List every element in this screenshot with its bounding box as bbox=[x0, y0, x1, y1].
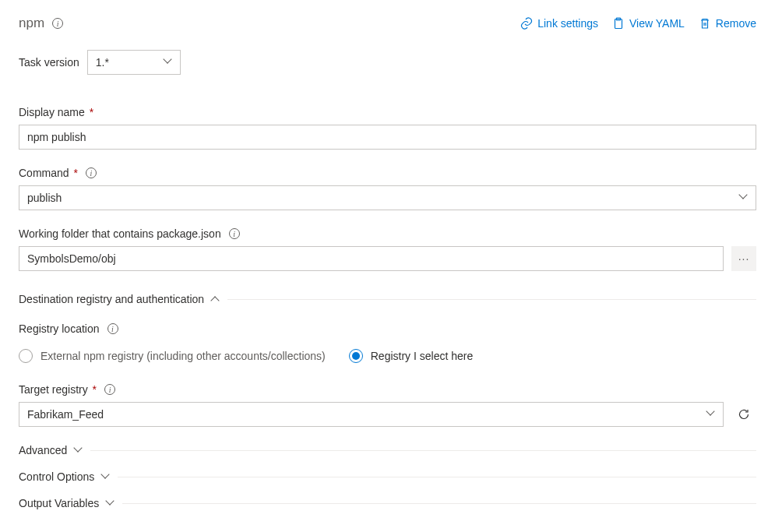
radio-registry-here[interactable]: Registry I select here bbox=[349, 349, 474, 363]
output-variables-label: Output Variables bbox=[19, 497, 99, 509]
clipboard-icon bbox=[612, 17, 625, 30]
chevron-down-icon bbox=[707, 410, 715, 418]
chevron-down-icon bbox=[740, 194, 748, 202]
remove-label: Remove bbox=[716, 17, 756, 30]
command-label: Command * bbox=[19, 167, 78, 179]
target-registry-field: Target registry * i Fabrikam_Feed bbox=[19, 383, 756, 427]
refresh-button[interactable] bbox=[731, 402, 756, 427]
ellipsis-icon: ··· bbox=[738, 252, 750, 265]
divider bbox=[227, 299, 756, 300]
command-select[interactable]: publish bbox=[19, 185, 756, 210]
target-registry-select[interactable]: Fabrikam_Feed bbox=[19, 402, 724, 427]
info-icon[interactable]: i bbox=[104, 384, 115, 395]
info-icon[interactable]: i bbox=[86, 167, 97, 178]
page-title: npm bbox=[19, 16, 44, 31]
working-folder-label: Working folder that contains package.jso… bbox=[19, 227, 221, 240]
working-folder-field: Working folder that contains package.jso… bbox=[19, 227, 756, 271]
target-registry-value: Fabrikam_Feed bbox=[27, 408, 104, 421]
view-yaml-button[interactable]: View YAML bbox=[612, 17, 685, 30]
command-value: publish bbox=[27, 192, 62, 204]
info-icon[interactable]: i bbox=[52, 18, 63, 29]
browse-button[interactable]: ··· bbox=[731, 246, 756, 271]
divider bbox=[118, 477, 756, 477]
chevron-down-icon bbox=[102, 473, 110, 481]
radio-external-registry[interactable]: External npm registry (including other a… bbox=[19, 349, 326, 363]
radio-here-label: Registry I select here bbox=[371, 350, 474, 362]
radio-icon-selected bbox=[349, 349, 363, 363]
task-version-value: 1.* bbox=[96, 56, 109, 69]
radio-external-label: External npm registry (including other a… bbox=[41, 350, 326, 362]
registry-location-row: Registry location i bbox=[19, 322, 756, 335]
display-name-input[interactable] bbox=[19, 125, 756, 150]
display-name-label: Display name * bbox=[19, 106, 93, 118]
link-settings-button[interactable]: Link settings bbox=[520, 17, 598, 30]
link-icon bbox=[520, 17, 533, 30]
remove-button[interactable]: Remove bbox=[699, 17, 756, 30]
advanced-section[interactable]: Advanced bbox=[19, 444, 756, 456]
header-actions: Link settings View YAML Remove bbox=[520, 17, 756, 30]
info-icon[interactable]: i bbox=[229, 228, 240, 239]
task-version-label: Task version bbox=[19, 56, 79, 69]
view-yaml-label: View YAML bbox=[629, 17, 685, 30]
chevron-down-icon bbox=[75, 446, 83, 454]
header: npm i Link settings View YAML Remove bbox=[19, 16, 756, 31]
divider bbox=[122, 503, 756, 504]
advanced-label: Advanced bbox=[19, 444, 67, 456]
task-version-select[interactable]: 1.* bbox=[87, 50, 181, 75]
output-variables-section[interactable]: Output Variables bbox=[19, 497, 756, 509]
chevron-up-icon bbox=[212, 295, 220, 303]
trash-icon bbox=[699, 17, 711, 30]
destination-section-header[interactable]: Destination registry and authentication bbox=[19, 293, 756, 305]
target-registry-label: Target registry * bbox=[19, 383, 97, 396]
control-options-label: Control Options bbox=[19, 470, 94, 483]
chevron-down-icon bbox=[107, 499, 114, 507]
task-version-row: Task version 1.* bbox=[19, 50, 756, 75]
link-settings-label: Link settings bbox=[537, 17, 598, 30]
registry-location-radios: External npm registry (including other a… bbox=[19, 349, 756, 363]
control-options-section[interactable]: Control Options bbox=[19, 470, 756, 483]
destination-section-title: Destination registry and authentication bbox=[19, 293, 204, 305]
working-folder-input[interactable] bbox=[19, 246, 724, 271]
radio-icon bbox=[19, 349, 33, 363]
divider bbox=[90, 450, 756, 451]
info-icon[interactable]: i bbox=[107, 323, 118, 334]
chevron-down-icon bbox=[164, 58, 172, 66]
command-field: Command * i publish bbox=[19, 167, 756, 210]
refresh-icon bbox=[738, 408, 750, 421]
display-name-field: Display name * bbox=[19, 106, 756, 150]
registry-location-label: Registry location bbox=[19, 322, 100, 335]
title-wrap: npm i bbox=[19, 16, 63, 31]
